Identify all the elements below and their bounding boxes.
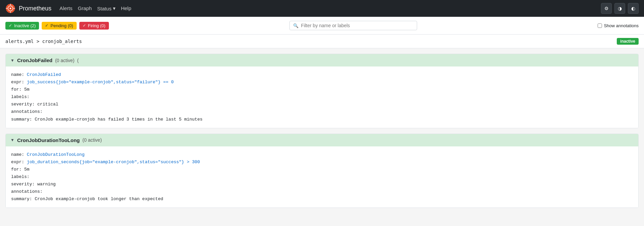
- brand-link[interactable]: Prometheus: [5, 3, 51, 13]
- severity-value-0: critical: [37, 102, 58, 107]
- firing-check-icon: ✓: [83, 23, 86, 28]
- for-key-0: for:: [11, 87, 22, 92]
- search-wrapper: 🔍: [289, 21, 417, 30]
- inactive-check-icon: ✓: [9, 23, 12, 28]
- name-value-1[interactable]: CronJobDurationTooLong: [27, 152, 85, 157]
- expr-value-1[interactable]: job_duration_seconds{job="example-cronjo…: [27, 160, 200, 165]
- nav-help[interactable]: Help: [121, 5, 131, 11]
- alert-rule-body-0: name: CronJobFailed expr: job_success{jo…: [6, 66, 638, 128]
- chevron-down-icon-1: ▼: [10, 138, 14, 142]
- name-value-0[interactable]: CronJobFailed: [27, 72, 61, 77]
- summary-key-1: summary:: [11, 196, 32, 201]
- nav-status-dropdown[interactable]: Status ▾: [97, 5, 116, 11]
- show-annotations-label[interactable]: Show annotations: [598, 23, 639, 28]
- filter-bar: ✓ Inactive (2) ✓ Pending (0) ✓ Firing (0…: [0, 17, 644, 35]
- prometheus-logo: [5, 3, 15, 13]
- breadcrumb: alerts.yml > cronjob_alerts: [5, 39, 82, 44]
- status-badge: inactive: [617, 38, 639, 45]
- group-active-count-0: (: [77, 58, 79, 63]
- firing-badge-btn[interactable]: ✓ Firing (0): [79, 22, 109, 30]
- theme-half-icon-btn[interactable]: ◑: [614, 3, 625, 14]
- expr-key-0: expr:: [11, 80, 24, 85]
- severity-key-0: severity:: [11, 102, 35, 107]
- alert-group-header-0[interactable]: ▼ CronJobFailed (0 active) (: [6, 54, 638, 66]
- pending-check-icon: ✓: [45, 23, 48, 28]
- expr-value-0[interactable]: job_success{job="example-cronjob",status…: [27, 80, 174, 85]
- alert-group-header-1[interactable]: ▼ CronJobDurationTooLong (0 active): [6, 134, 638, 146]
- severity-key-1: severity:: [11, 182, 35, 187]
- inactive-badge-btn[interactable]: ✓ Inactive (2): [5, 22, 39, 30]
- settings-icon-btn[interactable]: ⚙: [601, 3, 612, 14]
- nav-graph[interactable]: Graph: [78, 5, 92, 11]
- summary-value-0: CronJob example-cronjob has failed 3 tim…: [35, 117, 202, 122]
- name-key-0: name:: [11, 72, 24, 77]
- inactive-badge-label: Inactive (2): [14, 23, 36, 28]
- dropdown-caret-icon: ▾: [113, 5, 116, 11]
- firing-badge-label: Firing (0): [88, 23, 106, 28]
- nav-links: Alerts Graph Status ▾ Help: [59, 5, 131, 11]
- search-input[interactable]: [301, 23, 413, 28]
- breadcrumb-row: alerts.yml > cronjob_alerts inactive: [0, 35, 644, 48]
- alert-group-1: ▼ CronJobDurationTooLong (0 active) name…: [5, 134, 639, 208]
- for-value-1: 5m: [24, 167, 30, 172]
- summary-value-1: CronJob example-cronjob took longer than…: [35, 196, 163, 201]
- filter-badges: ✓ Inactive (2) ✓ Pending (0) ✓ Firing (0…: [5, 22, 109, 30]
- chevron-down-icon: ▼: [10, 58, 14, 63]
- navbar-icons: ⚙ ◑ ◐: [601, 3, 639, 14]
- expr-key-1: expr:: [11, 160, 24, 165]
- show-annotations-checkbox[interactable]: [598, 24, 602, 28]
- summary-key-0: summary:: [11, 117, 32, 122]
- svg-point-2: [10, 8, 11, 9]
- annotations-key-1: annotations:: [11, 189, 43, 194]
- severity-value-1: warning: [37, 182, 56, 187]
- alert-rule-body-1: name: CronJobDurationTooLong expr: job_d…: [6, 146, 638, 208]
- labels-key-1: labels:: [11, 174, 30, 179]
- labels-key-0: labels:: [11, 94, 30, 99]
- search-icon: 🔍: [293, 23, 298, 28]
- theme-toggle-icon-btn[interactable]: ◐: [628, 3, 639, 14]
- pending-badge-btn[interactable]: ✓ Pending (0): [42, 22, 76, 30]
- group-name-0: CronJobFailed: [17, 57, 52, 63]
- for-key-1: for:: [11, 167, 22, 172]
- brand-name: Prometheus: [19, 5, 51, 12]
- show-annotations-text: Show annotations: [604, 23, 639, 28]
- alert-group-0: ▼ CronJobFailed (0 active) ( name: CronJ…: [5, 54, 639, 128]
- pending-badge-label: Pending (0): [50, 23, 73, 28]
- annotations-key-0: annotations:: [11, 109, 43, 114]
- nav-alerts[interactable]: Alerts: [59, 5, 72, 11]
- for-value-0: 5m: [24, 87, 30, 92]
- navbar: Prometheus Alerts Graph Status ▾ Help ⚙ …: [0, 0, 644, 17]
- name-key-1: name:: [11, 152, 24, 157]
- group-name-1: CronJobDurationTooLong: [17, 137, 80, 143]
